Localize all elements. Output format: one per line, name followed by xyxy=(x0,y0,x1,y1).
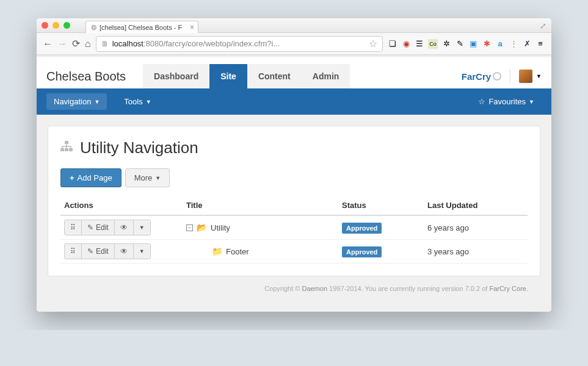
th-status: Status xyxy=(338,196,424,215)
tree-cell: − 📂 Utility xyxy=(186,223,335,232)
daemon-link[interactable]: Daemon xyxy=(302,285,327,292)
content-table: Actions Title Status Last Updated ⠿ ✎Edi… xyxy=(60,196,528,264)
fullscreen-icon[interactable]: ⤢ xyxy=(540,21,546,30)
subnav-tools[interactable]: Tools ▼ xyxy=(117,93,158,110)
sub-nav: Navigation ▼ Tools ▼ ☆ Favourites ▼ xyxy=(37,88,551,115)
address-bar[interactable]: 🗎 localhost:8080/farcry/core/webtop/inde… xyxy=(96,36,383,52)
edit-button[interactable]: ✎Edit xyxy=(81,220,115,235)
ext-bug-icon[interactable]: ✗ xyxy=(522,39,532,49)
row-title[interactable]: Utility xyxy=(211,223,230,232)
th-actions: Actions xyxy=(60,196,183,215)
url-text: localhost:8080/farcry/core/webtop/index.… xyxy=(112,39,365,48)
ext-square-icon[interactable]: ✱ xyxy=(482,39,492,49)
ext-buffer-icon[interactable]: ☰ xyxy=(415,39,424,49)
more-button[interactable]: More ▼ xyxy=(125,168,170,187)
status-badge: Approved xyxy=(342,246,382,257)
view-button[interactable]: 👁 xyxy=(114,220,134,235)
traffic-lights xyxy=(42,22,70,29)
subnav-navigation[interactable]: Navigation ▼ xyxy=(46,93,107,110)
action-group: ⠿ ✎Edit 👁 ▼ xyxy=(64,220,179,235)
grid-button[interactable]: ⠿ xyxy=(64,220,82,235)
ext-a-icon[interactable]: a xyxy=(495,39,505,49)
folder-icon: 📁 xyxy=(212,246,222,256)
button-row: + Add Page More ▼ xyxy=(60,168,528,187)
footer-suf: . xyxy=(526,285,528,292)
ext-dots-icon[interactable]: ⋮ xyxy=(509,39,518,49)
tab-site[interactable]: Site xyxy=(209,64,247,88)
table-row: ⠿ ✎Edit 👁 ▼ 📁 Footer xyxy=(60,240,528,264)
subnav-label: Tools xyxy=(124,97,142,106)
pencil-icon: ✎ xyxy=(87,247,93,256)
footer: Copyright © Daemon 1997-2014. You are cu… xyxy=(48,276,540,301)
ext-circle-icon[interactable]: ◉ xyxy=(401,39,411,49)
back-button[interactable]: ← xyxy=(43,38,53,49)
grid-button[interactable]: ⠿ xyxy=(64,243,82,259)
farcry-logo[interactable]: FarCry xyxy=(462,71,501,82)
user-menu[interactable]: ▼ xyxy=(519,70,542,83)
ext-co-icon[interactable]: Co xyxy=(428,39,438,49)
tab-content[interactable]: Content xyxy=(247,64,302,88)
close-window-button[interactable] xyxy=(42,22,48,29)
footer-pre: Copyright © xyxy=(264,285,302,292)
tab-dashboard[interactable]: Dashboard xyxy=(143,64,209,88)
view-button[interactable]: 👁 xyxy=(114,243,134,259)
pencil-icon: ✎ xyxy=(87,223,93,232)
eye-icon: 👁 xyxy=(120,247,128,256)
ext-gear-icon[interactable]: ✲ xyxy=(441,39,451,49)
caret-down-icon: ▼ xyxy=(155,175,161,181)
extensions: ❏ ◉ ☰ Co ✲ ✎ ▣ ✱ a ⋮ ✗ ≡ xyxy=(388,39,545,49)
titlebar: ◍ [chelsea] Chelsea Boots - F × ⤢ xyxy=(37,18,551,33)
svg-rect-0 xyxy=(65,141,68,144)
panel: Utility Navigation + Add Page More ▼ Act… xyxy=(48,126,540,276)
brand-title: Chelsea Boots xyxy=(46,70,126,84)
star-icon[interactable]: ☆ xyxy=(369,38,377,49)
caret-down-icon: ▼ xyxy=(536,73,542,79)
row-updated: 6 years ago xyxy=(424,215,528,240)
dropdown-button[interactable]: ▼ xyxy=(133,220,151,235)
browser-toolbar: ← → ⟳ ⌂ 🗎 localhost:8080/farcry/core/web… xyxy=(37,33,551,55)
collapse-icon[interactable]: − xyxy=(186,224,193,231)
page-title: Utility Navigation xyxy=(80,138,198,157)
forward-button[interactable]: → xyxy=(57,38,67,49)
globe-icon: ◍ xyxy=(91,23,97,31)
zoom-window-button[interactable] xyxy=(64,22,70,29)
ext-evernote-icon[interactable]: ❏ xyxy=(388,39,397,49)
dropdown-button[interactable]: ▼ xyxy=(133,243,151,259)
eye-icon: 👁 xyxy=(120,223,128,232)
subnav-label: Navigation xyxy=(54,97,91,106)
tab-admin[interactable]: Admin xyxy=(302,64,350,88)
minimize-window-button[interactable] xyxy=(53,22,59,29)
status-badge: Approved xyxy=(342,223,382,234)
tab-close-icon[interactable]: × xyxy=(190,23,194,32)
farcry-core-link[interactable]: FarCry Core xyxy=(489,285,526,292)
page-title-row: Utility Navigation xyxy=(60,138,528,157)
ext-pencil-icon[interactable]: ✎ xyxy=(455,39,465,49)
star-icon: ☆ xyxy=(478,97,485,106)
tree-cell: 📁 Footer xyxy=(186,246,335,256)
row-updated: 3 years ago xyxy=(424,240,528,264)
action-group: ⠿ ✎Edit 👁 ▼ xyxy=(64,243,179,259)
row-title[interactable]: Footer xyxy=(226,247,249,256)
add-page-button[interactable]: + Add Page xyxy=(60,168,122,187)
hierarchy-icon xyxy=(60,141,73,155)
reload-button[interactable]: ⟳ xyxy=(72,38,80,49)
caret-down-icon: ▼ xyxy=(139,224,145,231)
footer-mid: 1997-2014. You are currently running ver… xyxy=(327,285,489,292)
home-button[interactable]: ⌂ xyxy=(85,38,91,49)
plus-icon: + xyxy=(70,173,74,182)
menu-icon[interactable]: ≡ xyxy=(535,39,545,49)
content-area: Utility Navigation + Add Page More ▼ Act… xyxy=(37,115,551,312)
edit-label: Edit xyxy=(96,223,109,232)
th-updated: Last Updated xyxy=(424,196,528,215)
browser-tab[interactable]: ◍ [chelsea] Chelsea Boots - F × xyxy=(85,21,198,33)
nav-tabs: Dashboard Site Content Admin xyxy=(143,64,350,88)
add-page-label: Add Page xyxy=(78,173,112,182)
favourites-menu[interactable]: ☆ Favourites ▼ xyxy=(471,93,542,110)
edit-button[interactable]: ✎Edit xyxy=(81,243,115,259)
th-title: Title xyxy=(183,196,338,215)
file-icon: 🗎 xyxy=(101,40,109,48)
svg-rect-1 xyxy=(60,148,64,151)
edit-label: Edit xyxy=(96,247,109,256)
caret-down-icon: ▼ xyxy=(139,248,145,254)
ext-box-icon[interactable]: ▣ xyxy=(468,39,478,49)
